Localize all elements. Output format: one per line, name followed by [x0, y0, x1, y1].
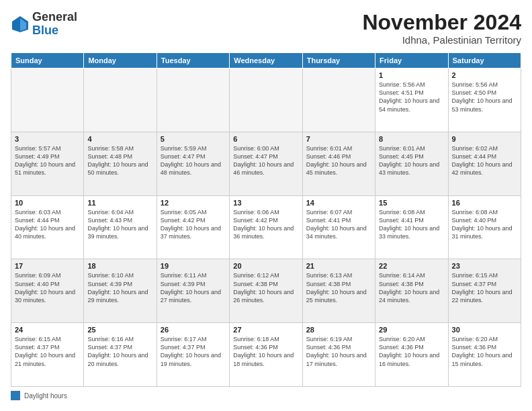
- day-number: 7: [306, 135, 371, 143]
- day-info: Sunrise: 6:07 AM Sunset: 4:41 PM Dayligh…: [306, 208, 371, 241]
- table-row: 28Sunrise: 6:19 AM Sunset: 4:36 PM Dayli…: [302, 323, 375, 387]
- day-number: 13: [233, 199, 298, 207]
- col-saturday: Saturday: [448, 53, 521, 68]
- table-row: 12Sunrise: 6:05 AM Sunset: 4:42 PM Dayli…: [157, 195, 229, 259]
- day-number: 4: [87, 135, 152, 143]
- table-row: 3Sunrise: 5:57 AM Sunset: 4:49 PM Daylig…: [11, 132, 84, 195]
- table-row: 13Sunrise: 6:06 AM Sunset: 4:42 PM Dayli…: [230, 195, 302, 259]
- day-number: 9: [452, 135, 517, 143]
- calendar: Sunday Monday Tuesday Wednesday Thursday…: [11, 52, 521, 387]
- day-info: Sunrise: 6:08 AM Sunset: 4:40 PM Dayligh…: [452, 208, 517, 241]
- table-row: 6Sunrise: 6:00 AM Sunset: 4:47 PM Daylig…: [230, 132, 302, 195]
- calendar-week-row: 24Sunrise: 6:15 AM Sunset: 4:37 PM Dayli…: [11, 323, 521, 387]
- day-number: 16: [452, 199, 517, 207]
- table-row: 7Sunrise: 6:01 AM Sunset: 4:46 PM Daylig…: [302, 132, 375, 195]
- day-number: 14: [306, 199, 371, 207]
- day-info: Sunrise: 6:10 AM Sunset: 4:39 PM Dayligh…: [87, 271, 152, 304]
- day-number: 6: [233, 135, 298, 143]
- day-info: Sunrise: 5:58 AM Sunset: 4:48 PM Dayligh…: [87, 144, 152, 177]
- table-row: 29Sunrise: 6:20 AM Sunset: 4:36 PM Dayli…: [375, 323, 448, 387]
- day-number: 24: [15, 326, 80, 334]
- day-number: 15: [379, 199, 444, 207]
- day-number: 21: [306, 262, 371, 270]
- day-info: Sunrise: 5:59 AM Sunset: 4:47 PM Dayligh…: [161, 144, 226, 177]
- day-info: Sunrise: 6:01 AM Sunset: 4:46 PM Dayligh…: [306, 144, 371, 177]
- table-row: 20Sunrise: 6:12 AM Sunset: 4:38 PM Dayli…: [230, 259, 302, 323]
- col-monday: Monday: [84, 53, 157, 68]
- table-row: 30Sunrise: 6:20 AM Sunset: 4:36 PM Dayli…: [448, 323, 521, 387]
- table-row: 19Sunrise: 6:11 AM Sunset: 4:39 PM Dayli…: [157, 259, 229, 323]
- table-row: 17Sunrise: 6:09 AM Sunset: 4:40 PM Dayli…: [11, 259, 84, 323]
- day-info: Sunrise: 6:20 AM Sunset: 4:36 PM Dayligh…: [379, 335, 444, 368]
- day-number: 5: [161, 135, 226, 143]
- day-number: 20: [233, 262, 298, 270]
- table-row: 18Sunrise: 6:10 AM Sunset: 4:39 PM Dayli…: [84, 259, 157, 323]
- day-info: Sunrise: 5:56 AM Sunset: 4:50 PM Dayligh…: [452, 81, 517, 113]
- day-info: Sunrise: 6:19 AM Sunset: 4:36 PM Dayligh…: [306, 335, 371, 368]
- day-number: 27: [233, 326, 298, 334]
- day-info: Sunrise: 6:16 AM Sunset: 4:37 PM Dayligh…: [87, 335, 152, 368]
- page: General Blue November 2024 Idhna, Palest…: [0, 0, 532, 411]
- day-number: 10: [15, 199, 80, 207]
- col-wednesday: Wednesday: [230, 53, 302, 68]
- day-info: Sunrise: 6:06 AM Sunset: 4:42 PM Dayligh…: [233, 208, 298, 241]
- day-number: 2: [452, 71, 517, 79]
- day-info: Sunrise: 6:15 AM Sunset: 4:37 PM Dayligh…: [15, 335, 80, 368]
- day-info: Sunrise: 6:12 AM Sunset: 4:38 PM Dayligh…: [233, 271, 298, 304]
- day-info: Sunrise: 6:15 AM Sunset: 4:37 PM Dayligh…: [452, 271, 517, 304]
- table-row: [230, 68, 302, 132]
- table-row: 23Sunrise: 6:15 AM Sunset: 4:37 PM Dayli…: [448, 259, 521, 323]
- header: General Blue November 2024 Idhna, Palest…: [11, 11, 521, 46]
- logo-icon: [11, 15, 30, 34]
- table-row: 10Sunrise: 6:03 AM Sunset: 4:44 PM Dayli…: [11, 195, 84, 259]
- table-row: 24Sunrise: 6:15 AM Sunset: 4:37 PM Dayli…: [11, 323, 84, 387]
- table-row: 1Sunrise: 5:56 AM Sunset: 4:51 PM Daylig…: [375, 68, 448, 132]
- day-number: 8: [379, 135, 444, 143]
- day-number: 26: [161, 326, 226, 334]
- day-info: Sunrise: 6:13 AM Sunset: 4:38 PM Dayligh…: [306, 271, 371, 304]
- table-row: 14Sunrise: 6:07 AM Sunset: 4:41 PM Dayli…: [302, 195, 375, 259]
- calendar-header-row: Sunday Monday Tuesday Wednesday Thursday…: [11, 53, 521, 68]
- day-info: Sunrise: 6:01 AM Sunset: 4:45 PM Dayligh…: [379, 144, 444, 177]
- table-row: [11, 68, 84, 132]
- day-info: Sunrise: 6:03 AM Sunset: 4:44 PM Dayligh…: [15, 208, 80, 241]
- day-number: 11: [87, 199, 152, 207]
- day-info: Sunrise: 6:08 AM Sunset: 4:41 PM Dayligh…: [379, 208, 444, 241]
- calendar-week-row: 1Sunrise: 5:56 AM Sunset: 4:51 PM Daylig…: [11, 68, 521, 132]
- logo-blue-text: Blue: [32, 24, 58, 37]
- legend-label: Daylight hours: [24, 392, 67, 400]
- table-row: 2Sunrise: 5:56 AM Sunset: 4:50 PM Daylig…: [448, 68, 521, 132]
- month-title: November 2024: [362, 11, 521, 34]
- day-number: 17: [15, 262, 80, 270]
- day-number: 30: [452, 326, 517, 334]
- table-row: 22Sunrise: 6:14 AM Sunset: 4:38 PM Dayli…: [375, 259, 448, 323]
- table-row: [84, 68, 157, 132]
- day-info: Sunrise: 6:05 AM Sunset: 4:42 PM Dayligh…: [161, 208, 226, 241]
- col-friday: Friday: [375, 53, 448, 68]
- calendar-week-row: 17Sunrise: 6:09 AM Sunset: 4:40 PM Dayli…: [11, 259, 521, 323]
- table-row: 26Sunrise: 6:17 AM Sunset: 4:37 PM Dayli…: [157, 323, 229, 387]
- day-info: Sunrise: 6:14 AM Sunset: 4:38 PM Dayligh…: [379, 271, 444, 304]
- day-info: Sunrise: 6:09 AM Sunset: 4:40 PM Dayligh…: [15, 271, 80, 304]
- table-row: 11Sunrise: 6:04 AM Sunset: 4:43 PM Dayli…: [84, 195, 157, 259]
- table-row: 15Sunrise: 6:08 AM Sunset: 4:41 PM Dayli…: [375, 195, 448, 259]
- col-tuesday: Tuesday: [157, 53, 229, 68]
- day-number: 29: [379, 326, 444, 334]
- day-info: Sunrise: 6:20 AM Sunset: 4:36 PM Dayligh…: [452, 335, 517, 368]
- day-number: 25: [87, 326, 152, 334]
- logo-general-text: General: [32, 10, 77, 24]
- table-row: [157, 68, 229, 132]
- legend-color-box: [11, 391, 20, 400]
- location-title: Idhna, Palestinian Territory: [362, 34, 521, 46]
- table-row: 27Sunrise: 6:18 AM Sunset: 4:36 PM Dayli…: [230, 323, 302, 387]
- table-row: 21Sunrise: 6:13 AM Sunset: 4:38 PM Dayli…: [302, 259, 375, 323]
- day-info: Sunrise: 6:04 AM Sunset: 4:43 PM Dayligh…: [87, 208, 152, 241]
- table-row: 8Sunrise: 6:01 AM Sunset: 4:45 PM Daylig…: [375, 132, 448, 195]
- logo: General Blue: [11, 11, 77, 38]
- day-info: Sunrise: 5:56 AM Sunset: 4:51 PM Dayligh…: [379, 81, 444, 113]
- day-number: 1: [379, 71, 444, 79]
- day-number: 23: [452, 262, 517, 270]
- day-info: Sunrise: 6:02 AM Sunset: 4:44 PM Dayligh…: [452, 144, 517, 177]
- footer: Daylight hours: [11, 391, 521, 400]
- table-row: 5Sunrise: 5:59 AM Sunset: 4:47 PM Daylig…: [157, 132, 229, 195]
